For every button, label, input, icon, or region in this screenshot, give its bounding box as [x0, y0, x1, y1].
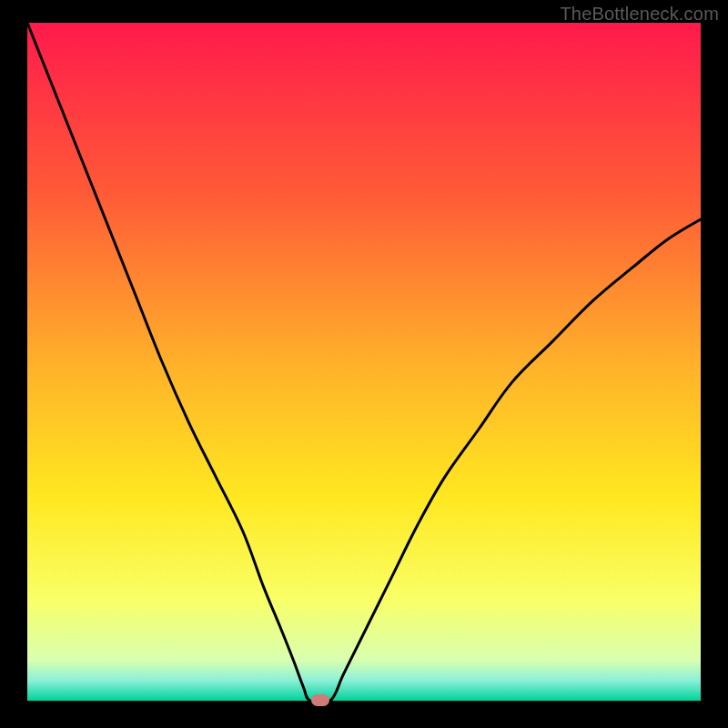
watermark-text: TheBottleneck.com: [560, 4, 719, 25]
optimum-marker: [311, 694, 329, 706]
chart-frame: [0, 23, 728, 728]
bottleneck-chart: [27, 23, 701, 701]
chart-svg: [27, 23, 701, 701]
gradient-background: [27, 23, 701, 701]
